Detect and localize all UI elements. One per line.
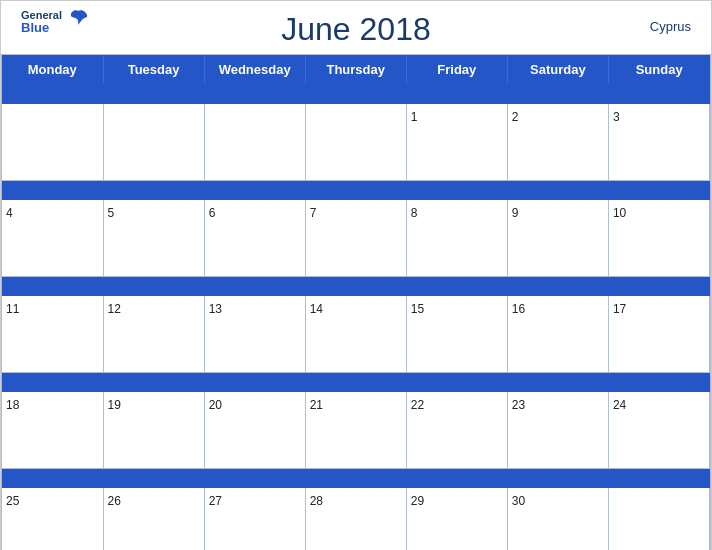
date-number: 22 [411,398,424,412]
logo-blue: Blue [21,21,62,35]
day-cell: 24 [608,392,709,468]
date-number: 21 [310,398,323,412]
day-cell: 18 [2,392,103,468]
day-cell: 14 [305,296,406,372]
logo-bird-icon [67,7,89,33]
day-cell: 8 [406,200,507,276]
day-cell [305,104,406,180]
col-sunday: Sunday [608,55,709,84]
day-cell: 11 [2,296,103,372]
week-row-2: 45678910 [2,200,710,276]
day-cell: 9 [507,200,608,276]
day-cell: 2 [507,104,608,180]
week-row-5: 252627282930 [2,488,710,550]
week-label-row-5 [2,468,710,488]
logo: General Blue [21,9,89,35]
date-number: 18 [6,398,19,412]
day-cell: 5 [103,200,204,276]
date-number: 28 [310,494,323,508]
day-cell: 28 [305,488,406,550]
calendar-table: Monday Tuesday Wednesday Thursday Friday… [2,55,710,550]
week-row-4: 18192021222324 [2,392,710,468]
day-cell: 16 [507,296,608,372]
day-cell: 7 [305,200,406,276]
col-saturday: Saturday [507,55,608,84]
col-tuesday: Tuesday [103,55,204,84]
day-cell: 3 [608,104,709,180]
col-monday: Monday [2,55,103,84]
date-number: 29 [411,494,424,508]
day-cell: 21 [305,392,406,468]
week-label-row-3 [2,276,710,296]
day-cell: 15 [406,296,507,372]
day-cell: 26 [103,488,204,550]
date-number: 8 [411,206,418,220]
date-number: 17 [613,302,626,316]
weekday-header-row: Monday Tuesday Wednesday Thursday Friday… [2,55,710,84]
day-cell [103,104,204,180]
date-number: 6 [209,206,216,220]
day-cell: 23 [507,392,608,468]
day-cell: 17 [608,296,709,372]
date-number: 19 [108,398,121,412]
week-row-1: 123 [2,104,710,180]
date-number: 15 [411,302,424,316]
week-row-3: 11121314151617 [2,296,710,372]
week-label-row-4 [2,372,710,392]
date-number: 5 [108,206,115,220]
day-cell: 25 [2,488,103,550]
date-number: 4 [6,206,13,220]
day-cell: 12 [103,296,204,372]
date-number: 2 [512,110,519,124]
calendar-body: Monday Tuesday Wednesday Thursday Friday… [1,54,711,550]
day-cell: 1 [406,104,507,180]
day-cell: 29 [406,488,507,550]
week-label-row-1 [2,84,710,104]
day-cell: 30 [507,488,608,550]
col-friday: Friday [406,55,507,84]
day-cell: 27 [204,488,305,550]
date-number: 11 [6,302,19,316]
day-cell [2,104,103,180]
date-number: 1 [411,110,418,124]
col-thursday: Thursday [305,55,406,84]
day-cell [204,104,305,180]
date-number: 12 [108,302,121,316]
date-number: 23 [512,398,525,412]
date-number: 9 [512,206,519,220]
date-number: 7 [310,206,317,220]
col-wednesday: Wednesday [204,55,305,84]
date-number: 30 [512,494,525,508]
date-number: 25 [6,494,19,508]
day-cell [608,488,709,550]
calendar-title: June 2018 [281,11,430,48]
day-cell: 4 [2,200,103,276]
date-number: 16 [512,302,525,316]
country-label: Cyprus [650,19,691,34]
date-number: 27 [209,494,222,508]
calendar-container: General Blue June 2018 Cyprus Monday Tue… [0,0,712,550]
day-cell: 22 [406,392,507,468]
day-cell: 19 [103,392,204,468]
day-cell: 20 [204,392,305,468]
date-number: 10 [613,206,626,220]
day-cell: 6 [204,200,305,276]
date-number: 20 [209,398,222,412]
calendar-header: General Blue June 2018 Cyprus [1,1,711,54]
date-number: 14 [310,302,323,316]
day-cell: 13 [204,296,305,372]
day-cell: 10 [608,200,709,276]
date-number: 26 [108,494,121,508]
date-number: 24 [613,398,626,412]
week-label-row-2 [2,180,710,200]
date-number: 3 [613,110,620,124]
date-number: 13 [209,302,222,316]
